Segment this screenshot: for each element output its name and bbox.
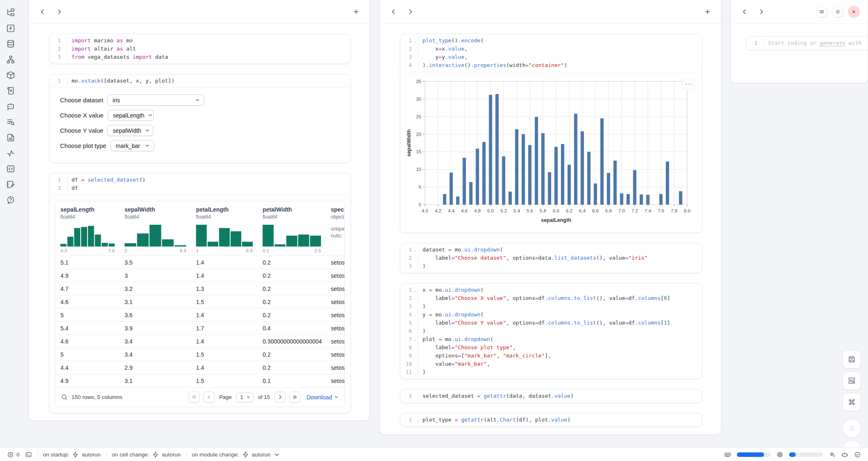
svg-text:5.2: 5.2 xyxy=(500,208,507,213)
sidebar-activity-button[interactable] xyxy=(6,149,15,158)
sidebar-file-text-button[interactable] xyxy=(6,133,15,142)
column-header-sepalLength[interactable]: sepalLengthfloat644.37.9 xyxy=(55,206,120,253)
runtime-config-0[interactable]: on startup:autorun xyxy=(43,451,101,458)
focus-next-cell-button[interactable] xyxy=(758,8,765,15)
search-icon xyxy=(61,394,68,401)
code-editor[interactable]: 1 Start coding or generate with xyxy=(746,37,868,50)
code-editor[interactable]: 1⌄plot_type().encode(2 x=x.value,3 y=y.v… xyxy=(400,34,702,72)
x-axis-title: sepalLength xyxy=(541,217,571,223)
line-number: 2 xyxy=(49,45,61,53)
choose-dataset-select[interactable]: iris xyxy=(107,95,204,106)
terminal-button[interactable] xyxy=(25,451,32,458)
next-page-button[interactable] xyxy=(275,392,286,403)
close-button[interactable] xyxy=(848,6,860,18)
focus-previous-cell-button[interactable] xyxy=(390,8,397,15)
statusbar-divider xyxy=(186,451,187,459)
focus-previous-cell-button[interactable] xyxy=(741,8,748,15)
focus-previous-cell-button[interactable] xyxy=(39,8,46,15)
line-number: 1 xyxy=(49,176,61,184)
svg-text:5.0: 5.0 xyxy=(487,208,494,213)
table-search-button[interactable] xyxy=(61,394,68,401)
focus-next-cell-button[interactable] xyxy=(407,8,414,15)
column-header-species[interactable]: speciesobjectunique:nulls: xyxy=(326,206,344,253)
code-editor[interactable]: 1⌄x = mo.ui.dropdown(2 label="Choose X v… xyxy=(400,284,702,379)
focus-next-cell-button[interactable] xyxy=(56,8,63,15)
chart-menu-button[interactable] xyxy=(682,78,695,90)
file-text-icon xyxy=(6,133,15,142)
notebook-column-2: 1⌄plot_type().encode(2 x=x.value,3 y=y.v… xyxy=(380,0,721,435)
stop-button[interactable] xyxy=(843,419,861,438)
memory-icon xyxy=(724,451,731,458)
page-number-select[interactable]: 1 xyxy=(236,392,254,402)
code-line: 1selected_dataset = getattr(data, datase… xyxy=(400,392,702,400)
sidebar-database-button[interactable] xyxy=(6,39,15,48)
sidebar-function-square-button[interactable] xyxy=(6,24,15,33)
sidebar-notebook-pen-button[interactable] xyxy=(6,180,15,189)
save-button[interactable] xyxy=(843,350,861,369)
code-editor[interactable]: 1import marimo as mo2import altair as al… xyxy=(49,34,351,64)
bar-chart[interactable]: 4.04.24.44.64.85.05.25.45.65.86.06.26.46… xyxy=(405,76,693,228)
download-button[interactable]: Download xyxy=(307,394,339,401)
line-number: 1 xyxy=(400,37,412,45)
ai-assist-button[interactable] xyxy=(829,451,836,458)
sidebar-workflow-button[interactable] xyxy=(6,55,15,64)
svg-text:5: 5 xyxy=(419,184,421,189)
runtime-config-1[interactable]: on cell change:autorun xyxy=(112,451,181,458)
column-header-petalWidth[interactable]: petalWidthfloat640.12.5 xyxy=(258,206,326,253)
command-button[interactable] xyxy=(843,393,861,411)
layout-button[interactable] xyxy=(843,371,861,390)
table-cell: 3.5 xyxy=(120,259,191,266)
error-count-button[interactable]: 0 xyxy=(7,451,20,458)
table-cell: 0.2 xyxy=(258,299,326,305)
first-page-button[interactable] xyxy=(189,392,200,403)
choose-y-value-select[interactable]: sepalWidth xyxy=(107,125,153,136)
copilot-button[interactable] xyxy=(841,451,848,458)
code-line: 1df = selected_dataset() xyxy=(49,176,351,184)
sidebar-package-button[interactable] xyxy=(6,71,15,80)
notebook-action-buttons xyxy=(842,350,861,459)
fold-spacer xyxy=(412,53,418,61)
menu-icon xyxy=(819,9,825,15)
line-number: 1 xyxy=(400,392,412,400)
errors-icon xyxy=(7,451,14,458)
add-cell-button[interactable] xyxy=(353,8,360,15)
generate-with-ai-link[interactable]: generate xyxy=(820,40,845,46)
svg-text:4.0: 4.0 xyxy=(422,208,428,213)
table-cell: setosa xyxy=(326,351,344,358)
runtime-config-label: on module change: xyxy=(192,452,239,458)
code-editor[interactable]: 1plot_type = getattr(alt.Chart(df), plot… xyxy=(400,413,702,426)
sidebar-file-tree-button[interactable] xyxy=(6,8,15,17)
workflow-icon xyxy=(6,55,15,64)
table-cell: 5 xyxy=(55,351,120,358)
code-line: 8 label="Choose plot type", xyxy=(400,343,702,352)
empty-code-cell[interactable]: 1 Start coding or generate with xyxy=(746,36,868,50)
settings-button[interactable] xyxy=(832,6,844,18)
column-header-sepalWidth[interactable]: sepalWidthfloat6424.4 xyxy=(120,206,191,253)
svg-text:4.2: 4.2 xyxy=(435,208,441,213)
fold-spacer xyxy=(412,327,418,335)
sidebar-code-box-button[interactable] xyxy=(6,164,15,173)
code-editor[interactable]: 1mo.vstack([dataset, x, y, plot]) xyxy=(49,74,351,88)
runtime-config-label: on cell change: xyxy=(112,452,149,458)
choose-plot-type-select[interactable]: mark_bar xyxy=(111,140,154,151)
code-editor[interactable]: 1⌄dataset = mo.ui.dropdown(2 label="Choo… xyxy=(400,243,702,273)
last-page-button[interactable] xyxy=(289,392,300,403)
choose-x-value-select[interactable]: sepalLength xyxy=(108,110,154,121)
left-icon-rail xyxy=(0,0,21,205)
connection-status-button[interactable] xyxy=(854,451,861,458)
table-cell: 0.2 xyxy=(258,312,326,318)
sidebar-help-circle-button[interactable] xyxy=(6,196,15,205)
previous-page-button[interactable] xyxy=(203,392,215,403)
sidebar-bot-message-button[interactable] xyxy=(6,102,15,111)
code-editor[interactable]: 1selected_dataset = getattr(data, datase… xyxy=(400,390,702,403)
sidebar-list-search-button[interactable] xyxy=(6,118,15,127)
runtime-config-2[interactable]: on module change:autorun xyxy=(192,451,281,458)
choose-y-value-label: Choose Y value xyxy=(60,127,103,134)
table-cell: 4.6 xyxy=(55,338,120,345)
help-circle-icon xyxy=(6,196,15,205)
menu-button[interactable] xyxy=(816,6,828,18)
column-header-petalLength[interactable]: petalLengthfloat6416.9 xyxy=(191,206,258,253)
add-cell-button[interactable] xyxy=(704,8,711,15)
code-editor[interactable]: 1df = selected_dataset()2df xyxy=(49,173,351,195)
sidebar-scroll-text-button[interactable] xyxy=(6,86,15,95)
